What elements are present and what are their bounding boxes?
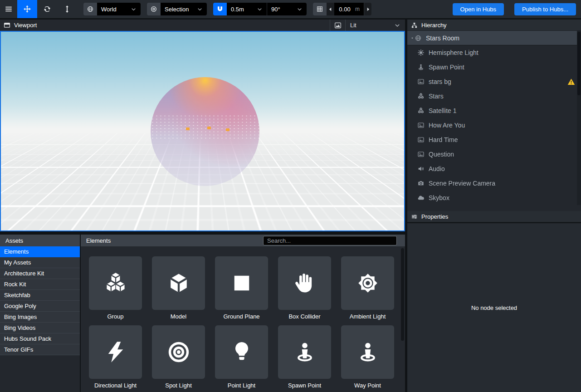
asset-category-sketchfab[interactable]: Sketchfab (0, 290, 80, 301)
asset-tile-label: Ambient Light (341, 313, 394, 320)
chevron-down-icon (297, 6, 303, 12)
hierarchy-item-stars-bg[interactable]: stars bg (407, 74, 581, 89)
asset-category-hubs-sound-pack[interactable]: Hubs Sound Pack (0, 333, 80, 344)
scene-sprite-marker[interactable] (186, 127, 190, 130)
asset-category-bing-videos[interactable]: Bing Videos (0, 323, 80, 333)
audio-icon (417, 165, 425, 172)
hierarchy-item-spawn-point[interactable]: Spawn Point (407, 60, 581, 74)
hierarchy-item-stars-room[interactable]: Stars Room (407, 31, 581, 45)
asset-tile-spot-light[interactable]: Spot Light (152, 325, 205, 389)
hamburger-menu-icon (5, 5, 13, 13)
asset-tile-group[interactable]: Group (89, 256, 142, 320)
grid-height-stepper: m (327, 3, 371, 15)
scene-sprite-marker[interactable] (207, 127, 211, 129)
asset-tile-point-light[interactable]: Point Light (215, 325, 268, 389)
stats-icon (334, 22, 342, 29)
asset-category-elements[interactable]: Elements (0, 246, 80, 257)
hierarchy-item-stars[interactable]: Stars (407, 89, 581, 103)
assets-title: Assets (0, 235, 80, 246)
snap-rotate-select[interactable]: 90° (267, 3, 307, 15)
asset-tile-spawn-point[interactable]: Spawn Point (278, 325, 331, 389)
spawn-point-icon (417, 64, 425, 71)
left-column: Viewport Lit [LMB] Orbit / Select | [MMB… (0, 20, 405, 392)
transform-pivot-value: Selection (165, 6, 189, 13)
lightbulb-icon (230, 340, 254, 364)
grid-height-input[interactable] (334, 3, 355, 15)
caret-right-icon[interactable] (407, 94, 416, 98)
assets-scrollbar-thumb[interactable] (401, 248, 404, 341)
asset-tile-ground-plane[interactable]: Ground Plane (215, 256, 268, 320)
hierarchy-item-hemisphere-light[interactable]: Hemisphere Light (407, 45, 581, 60)
window-icon (4, 22, 10, 29)
hierarchy-item-question[interactable]: Question (407, 147, 581, 162)
target-icon (147, 3, 161, 15)
rotate-tool-button[interactable] (37, 0, 57, 18)
viewport-canvas[interactable]: [LMB] Orbit / Select | [MMB] Pan | [RMB]… (0, 31, 405, 231)
asset-tile-directional-light[interactable]: Directional Light (89, 325, 142, 389)
grid-increment-button[interactable] (364, 3, 371, 15)
asset-tile-way-point[interactable]: Way Point (341, 325, 394, 389)
snap-rotate-value: 90° (271, 6, 280, 13)
triangle-left-icon (328, 7, 333, 12)
hierarchy-item-label: Hemisphere Light (429, 49, 478, 56)
grid-icon (313, 3, 327, 15)
hierarchy-item-satellite-1[interactable]: Satellite 1 (407, 103, 581, 118)
sun-icon (356, 271, 380, 295)
asset-category-google-poly[interactable]: Google Poly (0, 301, 80, 312)
scene-sprite-marker[interactable] (226, 128, 229, 131)
asset-tile-label: Way Point (341, 382, 394, 389)
hierarchy-item-how-are-you[interactable]: How Are You (407, 118, 581, 132)
image-icon (417, 136, 425, 143)
asset-category-bing-images[interactable]: Bing Images (0, 312, 80, 323)
caret-down-icon[interactable] (407, 36, 414, 40)
asset-tile-box-collider[interactable]: Box Collider (278, 256, 331, 320)
transform-pivot-group: Selection (147, 3, 207, 15)
hierarchy-scrollbar-track[interactable] (577, 31, 581, 205)
caret-right-icon[interactable] (407, 108, 416, 113)
hierarchy-item-audio[interactable]: Audio (407, 162, 581, 176)
publish-to-hubs-button[interactable]: Publish to Hubs... (514, 3, 576, 15)
magnet-icon[interactable] (213, 3, 227, 15)
hierarchy-item-label: Stars (429, 93, 444, 100)
asset-category-tenor-gifs[interactable]: Tenor GIFs (0, 344, 80, 355)
transform-pivot-select[interactable]: Selection (161, 3, 207, 15)
hierarchy-item-hard-time[interactable]: Hard Time (407, 132, 581, 147)
properties-body: No node selected (407, 222, 581, 392)
transform-space-value: World (101, 6, 117, 13)
snap-translate-select[interactable]: 0.5m (227, 3, 267, 15)
open-in-hubs-button[interactable]: Open in Hubs (453, 3, 504, 15)
hamburger-menu-button[interactable] (0, 0, 17, 18)
stats-toggle-button[interactable] (330, 20, 345, 31)
asset-category-my-assets[interactable]: My Assets (0, 257, 80, 268)
chevron-down-icon (257, 6, 263, 12)
grid-decrement-button[interactable] (327, 3, 334, 15)
globe-icon (415, 34, 422, 42)
hierarchy-header: Hierarchy (407, 20, 581, 31)
globe-icon (83, 3, 97, 15)
image-icon (417, 122, 425, 129)
hierarchy-item-skybox[interactable]: Skybox (407, 191, 581, 205)
group-cubes-icon (104, 271, 127, 295)
bolt-icon (104, 340, 127, 364)
skybox-sphere[interactable] (151, 77, 259, 186)
asset-category-rock-kit[interactable]: Rock Kit (0, 279, 80, 290)
asset-tile-ambient-light[interactable]: Ambient Light (341, 256, 394, 320)
asset-tile-model[interactable]: Model (152, 256, 205, 320)
translate-tool-button[interactable] (17, 0, 37, 18)
assets-grid: Group Model Ground Plane Box Collider Am… (81, 246, 405, 392)
properties-title: Properties (421, 213, 448, 220)
hierarchy-scrollbar-thumb[interactable] (577, 32, 581, 95)
sitemap-icon (411, 22, 418, 29)
sliders-icon (411, 213, 418, 220)
hand-icon (293, 271, 317, 295)
asset-category-architecture-kit[interactable]: Architecture Kit (0, 268, 80, 279)
search-input[interactable] (263, 236, 397, 245)
hierarchy-item-scene-preview-camera[interactable]: Scene Preview Camera (407, 176, 581, 191)
render-mode-select[interactable]: Lit (345, 20, 405, 31)
hierarchy-item-label: Scene Preview Camera (429, 180, 495, 187)
asset-tile-label: Model (152, 313, 205, 320)
cloud-icon (417, 194, 425, 201)
person-ring-icon (356, 340, 380, 364)
transform-space-select[interactable]: World (97, 3, 141, 15)
scale-tool-button[interactable] (57, 0, 77, 18)
